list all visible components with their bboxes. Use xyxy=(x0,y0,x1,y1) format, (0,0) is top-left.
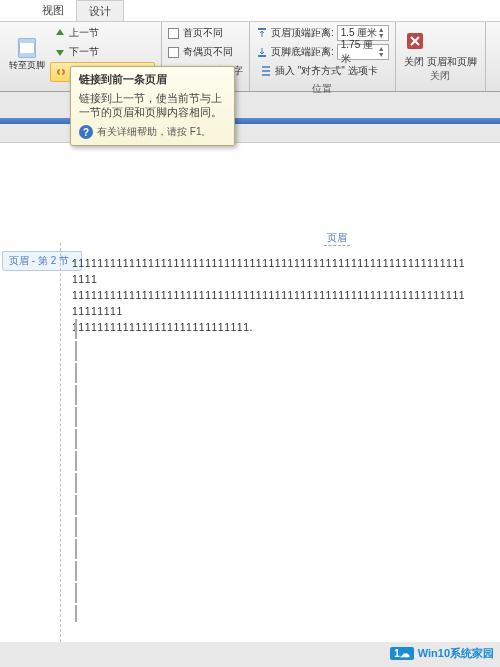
tooltip-title: 链接到前一条页眉 xyxy=(79,73,226,87)
svg-rect-3 xyxy=(258,28,266,30)
dotted-guide xyxy=(75,318,77,622)
spinner-icon[interactable]: ▲▼ xyxy=(378,27,385,39)
group-position: 页眉顶端距离: 1.5 厘米▲▼ 页脚底端距离: 1.75 厘米▲▼ 插入 "对… xyxy=(250,22,396,91)
close-header-footer-button[interactable]: 关闭 页眉和页脚 xyxy=(404,30,477,67)
close-icon xyxy=(404,30,426,52)
group-label-close: 关闭 xyxy=(430,67,450,83)
document-area[interactable]: 页眉 页眉 - 第 2 节 - 111111111111111111111111… xyxy=(0,142,500,642)
group-label-position: 位置 xyxy=(256,80,389,96)
header-distance-label: 页眉顶端距离: xyxy=(271,26,334,40)
document-content[interactable]: 1111111111111111111111111111111111111111… xyxy=(72,255,470,335)
link-icon xyxy=(55,66,67,78)
svg-rect-4 xyxy=(258,55,266,57)
footer-distance-label: 页脚底端距离: xyxy=(271,45,334,59)
footer-distance-icon xyxy=(256,46,268,58)
arrow-up-icon xyxy=(54,27,66,39)
insert-alignment-tab-button[interactable]: 插入 "对齐方式" 选项卡 xyxy=(256,62,389,80)
svg-rect-2 xyxy=(19,53,35,57)
tooltip-link-to-previous: 链接到前一条页眉 链接到上一节，使当前节与上一节的页眉和页脚内容相同。 ? 有关… xyxy=(70,66,235,146)
watermark: 1☁ Win10系统家园 xyxy=(390,646,494,661)
svg-rect-1 xyxy=(19,39,35,43)
watermark-icon: 1☁ xyxy=(390,647,414,660)
odd-even-different-checkbox[interactable]: 奇偶页不同 xyxy=(168,43,243,61)
help-icon: ? xyxy=(79,125,93,139)
previous-section-button[interactable]: 上一节 xyxy=(50,24,155,42)
section-tab: 页眉 - 第 2 节 - xyxy=(2,251,82,271)
next-section-button[interactable]: 下一节 xyxy=(50,43,155,61)
tooltip-body: 链接到上一节，使当前节与上一节的页眉和页脚内容相同。 xyxy=(79,91,226,119)
header-distance-icon xyxy=(256,27,268,39)
margin-guide xyxy=(60,243,61,642)
ribbon-tabs: 视图 设计 xyxy=(0,0,500,22)
arrow-down-icon xyxy=(54,46,66,58)
align-tab-icon xyxy=(260,65,272,77)
tab-view[interactable]: 视图 xyxy=(30,0,76,21)
first-page-different-checkbox[interactable]: 首页不同 xyxy=(168,24,243,42)
goto-header-footer-button[interactable]: 转至页脚 xyxy=(6,24,48,82)
spinner-icon[interactable]: ▲▼ xyxy=(378,46,385,58)
group-close: 关闭 页眉和页脚 关闭 xyxy=(396,22,486,91)
tab-design[interactable]: 设计 xyxy=(76,0,124,21)
footer-distance-input[interactable]: 1.75 厘米▲▼ xyxy=(337,44,389,60)
checkbox-icon xyxy=(168,47,179,58)
checkbox-icon xyxy=(168,28,179,39)
tooltip-help: ? 有关详细帮助，请按 F1。 xyxy=(79,125,226,139)
header-label: 页眉 xyxy=(324,231,350,246)
